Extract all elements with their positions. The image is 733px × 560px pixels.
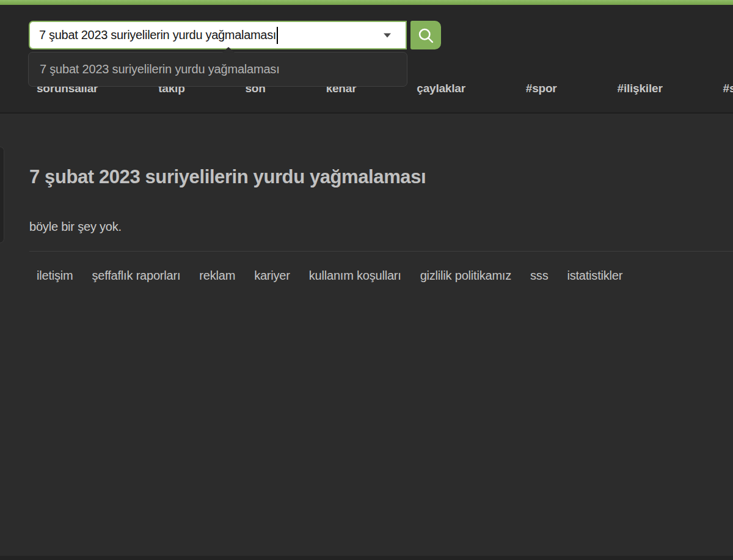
bottom-window-edge — [0, 556, 733, 560]
nav-item[interactable]: çaylaklar — [417, 81, 465, 96]
suggestion-item[interactable]: 7 şubat 2023 suriyelilerin yurdu yağmala… — [29, 53, 407, 86]
footer-link[interactable]: şeffaflık raporları — [92, 269, 181, 283]
search-bar: 7 şubat 2023 suriyelilerin yurdu yağmala… — [29, 21, 441, 49]
search-input[interactable]: 7 şubat 2023 suriyelilerin yurdu yağmala… — [29, 21, 407, 49]
footer-link[interactable]: istatistikler — [567, 269, 622, 283]
suggestion-list: 7 şubat 2023 suriyelilerin yurdu yağmala… — [29, 53, 407, 86]
footer-link[interactable]: gizlilik politikamız — [420, 269, 511, 283]
left-panel-edge — [0, 147, 4, 243]
dropdown-caret-icon — [222, 47, 235, 53]
page: sorunsallartakipsonkenarçaylaklar#spor#i… — [0, 0, 733, 560]
top-accent-bar — [0, 0, 733, 5]
footer-link[interactable]: iletişim — [37, 269, 73, 283]
dropdown-arrow-icon[interactable] — [384, 33, 391, 37]
search-button[interactable] — [410, 21, 441, 49]
search-suggestions-dropdown: 7 şubat 2023 suriyelilerin yurdu yağmala… — [28, 52, 407, 87]
footer-link[interactable]: reklam — [199, 269, 235, 283]
divider — [29, 251, 733, 252]
nav-item[interactable]: #spor — [526, 81, 557, 96]
topic-title[interactable]: 7 şubat 2023 suriyelilerin yurdu yağmala… — [29, 166, 426, 188]
search-icon — [417, 27, 434, 44]
nav-item[interactable]: #siyaset — [723, 81, 733, 96]
text-cursor — [277, 27, 278, 44]
footer-link[interactable]: kariyer — [254, 269, 290, 283]
footer-link[interactable]: sss — [530, 269, 548, 283]
nav-item[interactable]: #ilişkiler — [618, 81, 663, 96]
search-input-value: 7 şubat 2023 suriyelilerin yurdu yağmala… — [39, 28, 276, 42]
footer-links: iletişimşeffaflık raporlarıreklamkariyer… — [37, 269, 733, 283]
empty-message: böyle bir şey yok. — [29, 220, 122, 234]
footer-link[interactable]: kullanım koşulları — [309, 269, 401, 283]
